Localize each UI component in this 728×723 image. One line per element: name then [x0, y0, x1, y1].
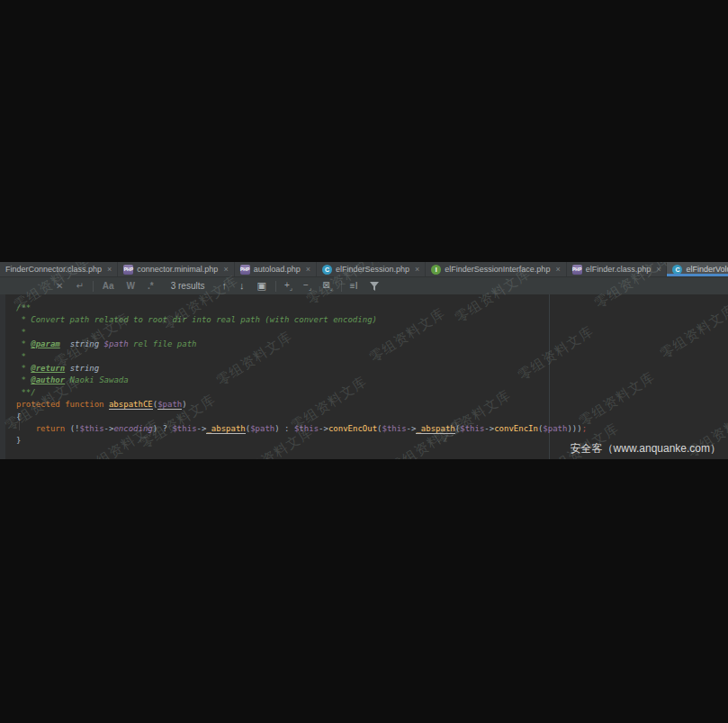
match-case-toggle[interactable]: Aa	[96, 281, 121, 291]
tab-label: elFinderVolumeDriver.class.php	[686, 265, 728, 274]
previous-occurrence-icon[interactable]: ↑	[216, 280, 234, 291]
tab-label: autoload.php	[254, 265, 301, 274]
divider	[275, 281, 276, 292]
code-line: * @author Naoki Sawada	[16, 375, 587, 386]
tab-connector-minimal-php[interactable]: PHPconnector.minimal.php×	[118, 262, 234, 276]
code-line: * Convert path related to root dir into …	[16, 314, 587, 326]
tab-label: elFinderSessionInterface.php	[445, 265, 550, 274]
tab-label: elFinder.class.php	[586, 265, 652, 274]
next-occurrence-icon[interactable]: ↓	[233, 280, 251, 291]
search-options-icon[interactable]: ≡I	[345, 281, 364, 291]
tab-close-icon[interactable]: ×	[656, 265, 661, 274]
watermark-credit: 安全客（www.anquanke.com）	[571, 441, 721, 456]
find-results-count: 3 results	[160, 281, 216, 291]
code-line: *	[16, 327, 587, 339]
editor-tab-bar: FinderConnector.class.php×PHPconnector.m…	[0, 262, 728, 276]
bracket-sub-glyph: ⌟	[330, 285, 333, 291]
remove-occurrence-icon[interactable]: −⌟	[298, 280, 317, 290]
code-line: **/	[16, 387, 587, 399]
filter-icon[interactable]	[363, 282, 386, 291]
php-file-icon: PHP	[123, 265, 133, 275]
php-file-icon: PHP	[240, 265, 250, 275]
words-toggle[interactable]: W	[121, 281, 141, 291]
bracket-sub-glyph: ⌟	[309, 285, 311, 291]
code-line: * @return string	[16, 363, 587, 375]
php-file-icon: PHP	[572, 265, 582, 275]
interface-icon: I	[431, 265, 441, 275]
code-editor[interactable]: /** * Convert path related to root dir i…	[0, 294, 728, 459]
tab-close-icon[interactable]: ×	[223, 265, 228, 274]
code-line: /**	[16, 303, 587, 314]
class-icon: C	[672, 265, 682, 275]
newline-icon[interactable]: ↵	[69, 281, 89, 291]
regex-toggle[interactable]: .*	[141, 281, 160, 291]
code-line: {	[16, 411, 587, 423]
tab-elFinderSessionInterface-php[interactable]: IelFinderSessionInterface.php×	[426, 262, 566, 276]
add-occurrence-icon[interactable]: +⌟	[279, 280, 298, 290]
editor-gutter	[0, 294, 5, 459]
tab-FinderConnector-class-php[interactable]: FinderConnector.class.php×	[0, 262, 118, 276]
close-search-icon[interactable]: ✕	[49, 281, 69, 291]
tab-label: connector.minimal.php	[137, 265, 218, 274]
select-all-occurrences-icon[interactable]: ⊠⌟	[317, 280, 338, 290]
find-toolbar: ✕↵ AaW.* 3 results ↑↓▣ +⌟−⌟⊠⌟ ≡I	[0, 276, 728, 294]
tab-label: elFinderSession.php	[336, 265, 409, 274]
editor-window-strip: FinderConnector.class.php×PHPconnector.m…	[0, 262, 728, 459]
tab-elFinder-class-php[interactable]: PHPelFinder.class.php×	[567, 262, 668, 276]
tab-elFinderVolumeDriver-class-php[interactable]: CelFinderVolumeDriver.class.php×	[667, 262, 728, 276]
code-line: }	[16, 435, 587, 447]
code-line: return (!$this->encoding) ? $this->_absp…	[16, 423, 587, 435]
tab-close-icon[interactable]: ×	[415, 265, 419, 274]
code-text[interactable]: /** * Convert path related to root dir i…	[16, 303, 587, 447]
code-line: *	[16, 351, 587, 363]
divider	[93, 281, 94, 292]
code-line: * @param string $path rel file path	[16, 339, 587, 350]
tab-autoload-php[interactable]: PHPautoload.php×	[235, 262, 317, 276]
tab-elFinderSession-php[interactable]: CelFinderSession.php×	[317, 262, 426, 276]
bracket-sub-glyph: ⌟	[290, 285, 292, 291]
divider	[341, 281, 342, 292]
class-icon: C	[322, 265, 332, 275]
tab-close-icon[interactable]: ×	[555, 265, 560, 274]
tab-close-icon[interactable]: ×	[107, 265, 112, 274]
tab-label: FinderConnector.class.php	[5, 265, 102, 274]
open-in-find-window-icon[interactable]: ▣	[251, 280, 273, 291]
tab-close-icon[interactable]: ×	[306, 265, 310, 274]
code-line: protected function abspathCE($path)	[16, 399, 587, 411]
